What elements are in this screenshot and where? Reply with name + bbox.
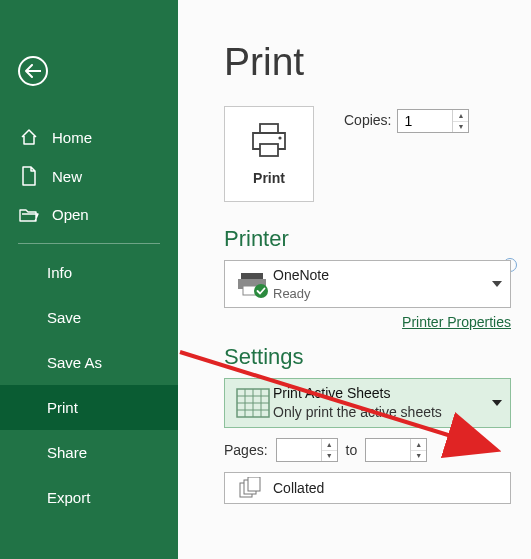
pages-to-increment[interactable]: ▲ [411,439,426,451]
page-title: Print [224,40,531,84]
sidebar-item-open[interactable]: Open [0,196,178,233]
print-scope-subtitle: Only print the active sheets [273,403,502,422]
sidebar-item-label: Open [52,206,89,223]
pages-from-spinner[interactable]: ▲ ▼ [276,438,338,462]
printer-heading: Printer [224,226,531,252]
print-scope-title: Print Active Sheets [273,384,502,403]
print-scope-selector[interactable]: Print Active Sheets Only print the activ… [224,378,511,428]
printer-properties-link[interactable]: Printer Properties [402,314,511,330]
sidebar-item-label: New [52,168,82,185]
svg-rect-1 [260,144,278,156]
sidebar-item-label: Home [52,129,92,146]
back-button[interactable] [18,56,48,86]
copies-label: Copies: [344,112,391,128]
printer-status-icon [233,269,273,299]
copies-input[interactable] [398,110,452,132]
pages-label: Pages: [224,442,268,458]
sidebar-item-export[interactable]: Export [0,475,178,520]
sidebar-item-save-as[interactable]: Save As [0,340,178,385]
settings-heading: Settings [224,344,531,370]
new-document-icon [18,166,40,186]
chevron-down-icon [492,281,502,287]
sidebar-item-info[interactable]: Info [0,250,178,295]
collate-label: Collated [273,480,324,496]
copies-decrement[interactable]: ▼ [453,122,468,133]
printer-selector[interactable]: OneNote Ready [224,260,511,308]
printer-icon [248,122,290,160]
home-icon [18,128,40,146]
sidebar-divider [18,243,160,244]
pages-to-decrement[interactable]: ▼ [411,451,426,462]
copies-spinner[interactable]: ▲ ▼ [397,109,469,133]
sidebar-item-share[interactable]: Share [0,430,178,475]
pages-to-input[interactable] [366,439,410,461]
svg-rect-0 [260,124,278,133]
svg-point-5 [254,284,268,298]
folder-open-icon [18,207,40,223]
print-button[interactable]: Print [224,106,314,202]
pages-range-row: Pages: ▲ ▼ to ▲ ▼ [224,438,531,462]
collate-selector[interactable]: Collated [224,472,511,504]
svg-rect-15 [248,477,260,491]
pages-from-input[interactable] [277,439,321,461]
svg-point-2 [278,136,281,139]
copies-increment[interactable]: ▲ [453,110,468,122]
sidebar-item-home[interactable]: Home [0,118,178,156]
printer-name: OneNote [273,266,502,285]
pages-to-spinner[interactable]: ▲ ▼ [365,438,427,462]
printer-status: Ready [273,285,502,303]
pages-from-decrement[interactable]: ▼ [322,451,337,462]
sidebar-item-print[interactable]: Print [0,385,178,430]
backstage-sidebar: Home New Open Info Save Save As Print Sh… [0,0,178,559]
worksheet-icon [233,388,273,418]
pages-from-increment[interactable]: ▲ [322,439,337,451]
collate-icon [233,477,273,499]
arrow-left-icon [25,64,41,78]
print-button-label: Print [253,170,285,186]
print-panel: Print Print Copies: ▲ ▼ i Printer [178,0,531,559]
pages-to-label: to [346,442,358,458]
chevron-down-icon [492,400,502,406]
svg-rect-3 [241,273,263,279]
sidebar-item-new[interactable]: New [0,156,178,196]
sidebar-item-save[interactable]: Save [0,295,178,340]
